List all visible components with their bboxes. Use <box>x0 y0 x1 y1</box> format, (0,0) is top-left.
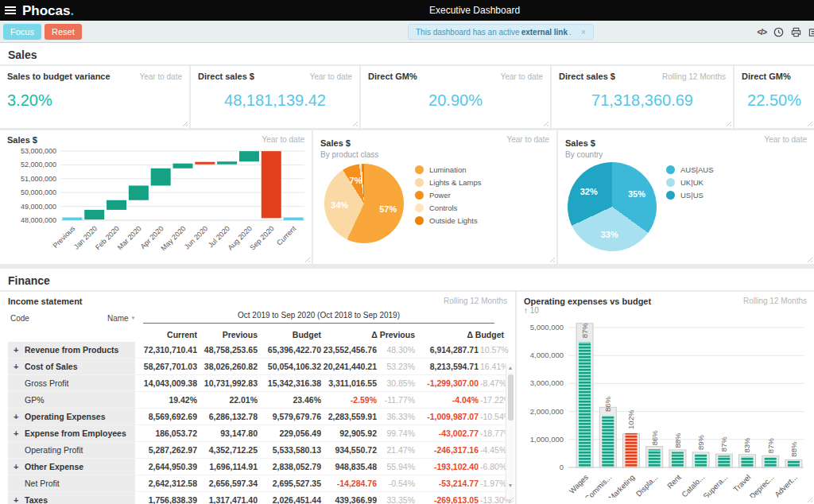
scroll-up-icon[interactable]: ▲ <box>506 365 514 370</box>
pie-slice-label: 35% <box>628 189 645 199</box>
kpi-value: 48,181,139.42 <box>198 91 352 110</box>
row-name-cell: +Other Expense <box>8 459 135 475</box>
percent-cell: -18.77% <box>480 428 506 438</box>
row-name-label: Revenue from Products <box>25 345 118 355</box>
percent-cell: -11.77% <box>378 395 417 405</box>
percent-cell: 30.85% <box>378 378 417 388</box>
resize-handle[interactable] <box>303 255 310 262</box>
name-column-header[interactable]: Name ▼ <box>107 314 135 323</box>
svg-text:88%: 88% <box>789 441 798 457</box>
resize-handle[interactable] <box>805 255 812 262</box>
legend-dot-icon <box>415 216 424 225</box>
legend-item[interactable]: UK|UK <box>666 178 714 187</box>
expand-icon[interactable]: + <box>14 495 25 504</box>
legend-item[interactable]: Outside Lights <box>415 216 481 225</box>
resize-handle[interactable] <box>724 119 731 126</box>
focus-button[interactable]: Focus <box>3 24 41 40</box>
kpi-label: Sales to budget variance <box>7 72 110 81</box>
row-name-cell: Operating Profit <box>8 442 135 458</box>
waterfall-chart: 53,000,00052,000,00051,000,00050,000,000… <box>7 145 309 253</box>
external-link[interactable]: external link <box>521 28 568 37</box>
reset-button[interactable]: Reset <box>45 24 82 40</box>
amount-cell: 1,696,114.91 <box>199 462 259 471</box>
percent-cell: 33.35% <box>378 495 417 504</box>
svg-text:49,000,000: 49,000,000 <box>21 203 56 211</box>
legend-item[interactable]: Lumination <box>415 165 481 174</box>
amount-cell: -43,002.77 <box>417 428 480 438</box>
toolbar: Focus Reset This dashboard has an active… <box>0 21 814 43</box>
resize-handle[interactable] <box>548 255 555 262</box>
amount-cell: -269,613.05 <box>417 495 480 504</box>
legend-item[interactable]: Power <box>415 191 481 200</box>
finance-section-title: Finance <box>0 269 814 292</box>
svg-text:87%: 87% <box>580 323 589 339</box>
row-name-label: Operating Expenses <box>25 412 106 421</box>
legend-dot-icon <box>666 178 675 187</box>
product-class-pie: 57%34%7% <box>324 164 404 243</box>
chart-title: Operating expenses vs budget <box>524 297 651 306</box>
expand-icon[interactable]: + <box>14 462 25 471</box>
amount-cell: -246,317.16 <box>417 445 480 455</box>
amount-cell: 6,914,287.71 <box>417 345 480 355</box>
legend-item[interactable]: US|US <box>666 191 714 200</box>
legend-item[interactable]: Lights & Lamps <box>415 178 481 187</box>
scroll-down-icon[interactable]: ▼ <box>506 483 514 488</box>
history-clock-icon[interactable] <box>773 27 784 37</box>
phocas-logo[interactable]: Phocas. <box>22 4 74 17</box>
embed-code-icon[interactable]: </> <box>758 28 766 37</box>
scrollbar-thumb[interactable] <box>508 374 514 421</box>
amount-cell: 15,342,316.38 <box>259 378 323 388</box>
row-name-cell: +Operating Expenses <box>8 409 135 425</box>
chart-period: Year to date <box>764 135 807 159</box>
print-icon[interactable] <box>791 27 801 37</box>
svg-text:0: 0 <box>560 463 564 471</box>
expand-icon[interactable]: + <box>14 362 25 371</box>
amount-cell: 22.01% <box>199 395 259 405</box>
product-class-legend: LuminationLights & LampsPowerControlsOut… <box>415 165 481 229</box>
kpi-value: 71,318,360.69 <box>559 91 726 110</box>
expand-icon[interactable]: + <box>14 428 25 438</box>
row-name-cell: +Cost of Sales <box>8 359 135 374</box>
svg-text:4,000,000: 4,000,000 <box>530 351 564 359</box>
legend-label: US|US <box>680 191 704 200</box>
amount-cell: 2,695,527.35 <box>259 479 323 488</box>
toolbar-icons: </> <box>758 21 814 43</box>
legend-item[interactable]: AUS|AUS <box>666 165 714 174</box>
svg-text:Rent: Rent <box>665 472 683 490</box>
expand-icon[interactable]: + <box>14 412 25 421</box>
table-title: Income statement <box>8 297 83 306</box>
amount-cell: 23.46% <box>259 395 323 405</box>
resize-handle[interactable] <box>541 119 548 126</box>
legend-label: Outside Lights <box>429 216 478 225</box>
income-statement-rows: +Revenue from Products72,310,710.4148,75… <box>8 342 507 504</box>
row-name-label: Taxes <box>25 495 48 504</box>
row-name-label: Expense from Employees <box>25 428 126 438</box>
amount-cell: 92,905.92 <box>323 428 378 438</box>
amount-cell: 2,656,597.34 <box>199 479 259 488</box>
percent-cell: -1.97% <box>480 479 506 488</box>
table-scrollbar[interactable]: ▲ ▼ <box>506 363 514 499</box>
svg-text:Displa...: Displa... <box>634 473 660 498</box>
expand-icon[interactable]: + <box>14 345 25 355</box>
sales-by-country-card: Sales $ By country Year to date 35%33%32… <box>558 130 814 264</box>
period-group-header: Oct 2019 to Sep 2020 (Oct 2018 to Sep 20… <box>143 311 494 324</box>
kpi-label: Direct GM% <box>368 72 417 81</box>
kpi-period: Year to date <box>139 72 182 81</box>
percent-cell: -8.47% <box>480 378 506 388</box>
legend-dot-icon <box>415 178 424 187</box>
svg-text:83%: 83% <box>743 437 752 453</box>
svg-text:Advert...: Advert... <box>773 473 799 498</box>
close-icon[interactable]: × <box>581 27 586 37</box>
amount-cell: 38,026,260.82 <box>199 362 259 371</box>
top-n-indicator[interactable]: ↑ 10 <box>524 306 807 315</box>
resize-handle[interactable] <box>351 119 358 126</box>
menu-icon[interactable] <box>5 5 16 16</box>
export-icon[interactable] <box>808 27 814 37</box>
legend-label: AUS|AUS <box>680 165 714 174</box>
resize-handle[interactable] <box>180 119 188 126</box>
resize-handle[interactable] <box>805 119 812 126</box>
legend-label: UK|UK <box>680 178 704 187</box>
legend-item[interactable]: Controls <box>415 204 481 212</box>
svg-text:5,000,000: 5,000,000 <box>530 323 564 331</box>
svg-text:102%: 102% <box>627 409 636 429</box>
